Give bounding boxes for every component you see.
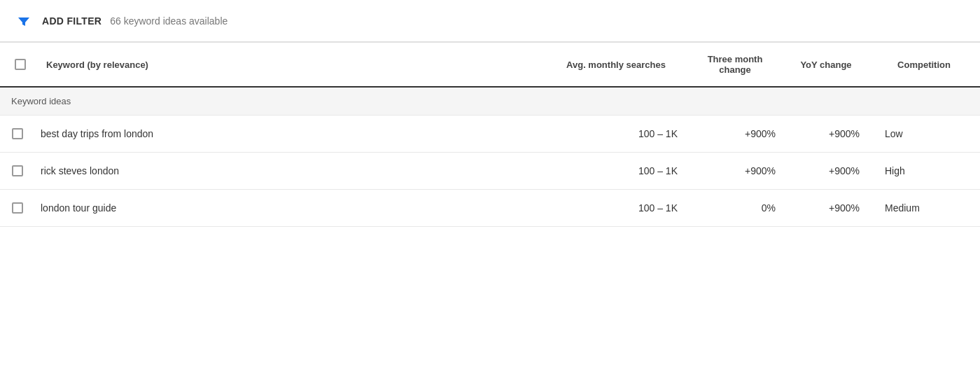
column-header-three-month-change: Three month change bbox=[686, 43, 784, 88]
row-2-keyword: rick steves london bbox=[35, 153, 546, 190]
row-3-checkbox-cell[interactable] bbox=[0, 190, 35, 227]
row-1-checkbox-cell[interactable] bbox=[0, 116, 35, 153]
row-2-three-month-change: +900% bbox=[686, 153, 784, 190]
column-header-keyword: Keyword (by relevance) bbox=[35, 43, 546, 88]
filter-icon[interactable] bbox=[17, 13, 34, 29]
row-3-yoy-change: +900% bbox=[784, 190, 868, 227]
filter-bar: ADD FILTER 66 keyword ideas available bbox=[0, 0, 980, 42]
row-3-avg-searches: 100 – 1K bbox=[546, 190, 686, 227]
keyword-group-row: Keyword ideas bbox=[0, 87, 980, 116]
keyword-table: Keyword (by relevance) Avg. monthly sear… bbox=[0, 42, 980, 227]
row-1-three-month-change: +900% bbox=[686, 116, 784, 153]
row-2-competition: High bbox=[868, 153, 980, 190]
column-header-yoy-change: YoY change bbox=[784, 43, 868, 88]
keyword-group-label: Keyword ideas bbox=[0, 87, 980, 116]
keyword-table-container: Keyword (by relevance) Avg. monthly sear… bbox=[0, 42, 980, 227]
row-1-checkbox[interactable] bbox=[12, 128, 23, 139]
row-2-avg-searches: 100 – 1K bbox=[546, 153, 686, 190]
row-3-three-month-change: 0% bbox=[686, 190, 784, 227]
table-row: london tour guide 100 – 1K 0% +900% Medi… bbox=[0, 190, 980, 227]
column-header-competition: Competition bbox=[868, 43, 980, 88]
table-row: best day trips from london 100 – 1K +900… bbox=[0, 116, 980, 153]
row-1-keyword: best day trips from london bbox=[35, 116, 546, 153]
row-2-checkbox[interactable] bbox=[12, 165, 23, 176]
select-all-checkbox[interactable] bbox=[15, 59, 26, 70]
column-header-avg-monthly-searches: Avg. monthly searches bbox=[546, 43, 686, 88]
select-all-checkbox-cell[interactable] bbox=[0, 43, 35, 88]
add-filter-label[interactable]: ADD FILTER bbox=[42, 15, 102, 27]
row-2-yoy-change: +900% bbox=[784, 153, 868, 190]
table-header-row: Keyword (by relevance) Avg. monthly sear… bbox=[0, 43, 980, 88]
row-2-checkbox-cell[interactable] bbox=[0, 153, 35, 190]
row-1-yoy-change: +900% bbox=[784, 116, 868, 153]
row-3-checkbox[interactable] bbox=[12, 202, 23, 214]
row-1-avg-searches: 100 – 1K bbox=[546, 116, 686, 153]
row-3-keyword: london tour guide bbox=[35, 190, 546, 227]
row-1-competition: Low bbox=[868, 116, 980, 153]
row-3-competition: Medium bbox=[868, 190, 980, 227]
keyword-count: 66 keyword ideas available bbox=[110, 15, 227, 27]
table-row: rick steves london 100 – 1K +900% +900% … bbox=[0, 153, 980, 190]
